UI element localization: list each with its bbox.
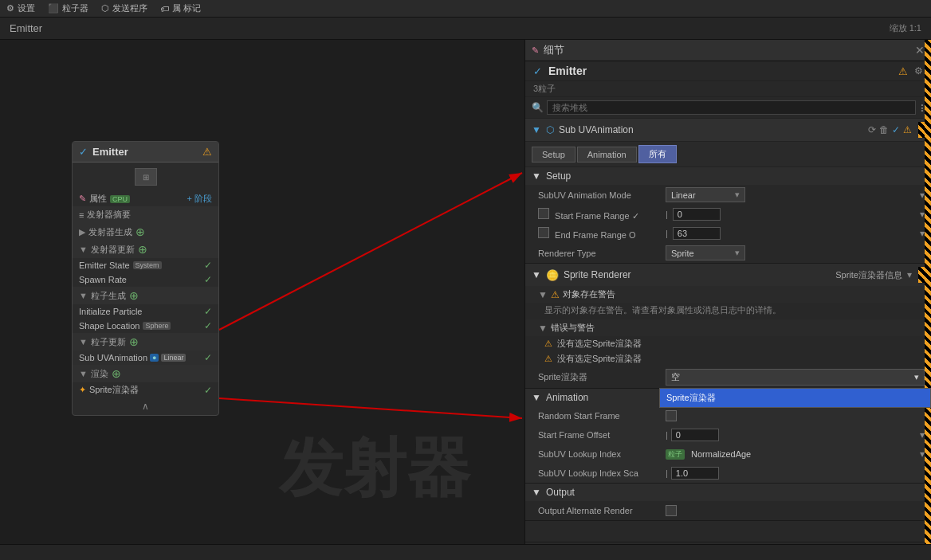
output-alternate-row: Output Alternate Render — [525, 501, 931, 520]
subuv-refresh-icon[interactable]: ⟳ — [868, 124, 876, 135]
emitter-summary-section[interactable]: ≡ 发射器摘要 — [73, 206, 218, 223]
subuv-check-icon[interactable]: ✓ — [892, 124, 900, 135]
grid-row: ⊞ — [73, 163, 218, 191]
spawn-rate-row[interactable]: Spawn Rate ✓ — [73, 272, 218, 287]
error-item-2: ⚠ 没有选定Sprite渲染器 — [525, 351, 931, 366]
settings-icon: ⚙ — [6, 3, 14, 14]
offset-pipe: | — [666, 430, 668, 440]
emitter-generate-section[interactable]: ▶ 发射器生成 ⊕ — [73, 223, 218, 241]
setup-triangle-icon: ▼ — [532, 170, 541, 182]
subuv-dot: ● — [150, 354, 159, 362]
subuv-trash-icon[interactable]: 🗑 — [879, 124, 889, 135]
tab-setup[interactable]: Setup — [532, 147, 575, 163]
ptriangle-down-icon: ▼ — [79, 291, 88, 300]
start-frame-checkbox[interactable] — [538, 208, 549, 219]
sprite-expand[interactable]: ▾ — [907, 269, 912, 280]
sprite-dropdown-value[interactable]: 空 ▾ — [666, 369, 925, 386]
subuv-mode-label: SubUV Animation Mode — [538, 190, 666, 200]
subuv-scale-row: SubUV Lookup Index Sca | 1.0 — [525, 464, 931, 483]
renderer-type-label: Renderer Type — [538, 249, 666, 258]
subuv-section-header: ▼ ⬡ Sub UVAnimation ⟳ 🗑 ✓ ⚠ — [525, 119, 931, 142]
subuv-check: ✓ — [204, 352, 212, 363]
star-icon: ✦ — [79, 385, 86, 395]
emitter-node: ✓ Emitter ⚠ ⊞ ✎ 属性 CPU + 阶段 ≡ 发射器摘要 ▶ 发射… — [72, 141, 219, 416]
grid-icon: ⊞ — [135, 168, 157, 186]
tab-all[interactable]: 所有 — [638, 145, 677, 163]
sprite-dropdown-popup: Sprite渲染器 — [659, 388, 931, 408]
search-input[interactable] — [547, 100, 916, 115]
random-start-checkbox[interactable] — [666, 410, 677, 421]
bottom-bar — [0, 544, 931, 560]
attr-row[interactable]: ✎ 属性 CPU + 阶段 — [73, 191, 218, 206]
particle-update-section[interactable]: ▼ 粒子更新 ⊕ — [73, 333, 218, 350]
add-particle-btn[interactable]: ⊕ — [129, 289, 139, 302]
panel-content[interactable]: ▼ Setup SubUV Animation Mode Linear ▾ ▾ — [525, 167, 931, 542]
render-triangle-icon: ▼ — [79, 369, 88, 378]
particle-generate-section[interactable]: ▼ 粒子生成 ⊕ — [73, 287, 218, 304]
error-triangle: ▼ — [538, 323, 548, 334]
toolbar-particles[interactable]: ⬛ 粒子器 — [48, 2, 88, 14]
particles-icon: ⬛ — [48, 3, 59, 14]
add-generate-btn[interactable]: ⊕ — [136, 225, 145, 238]
panel-gear-icon[interactable]: ⚙ — [914, 65, 923, 76]
end-frame-value: 63 — [673, 227, 721, 240]
system-badge: System — [133, 261, 162, 269]
object-warn-header: ▼ ⚠ 对象存在警告 — [525, 286, 931, 303]
panel-warn-icon: ⚠ — [898, 65, 908, 77]
add-particle-update-btn[interactable]: ⊕ — [129, 335, 139, 348]
sprite-renderer-check: ✓ — [204, 385, 212, 396]
sprite-renderer-header[interactable]: ▼ 🪙 Sprite Renderer Sprite渲染器信息 ▾ — [525, 264, 931, 286]
init-particle-check: ✓ — [204, 306, 212, 317]
start-pipe: | — [666, 210, 668, 219]
sprite-renderer-option[interactable]: Sprite渲染器 — [660, 389, 930, 407]
toolbar-tags[interactable]: 🏷 属 标记 — [160, 2, 201, 14]
subuv-mode-row: SubUV Animation Mode Linear ▾ ▾ — [525, 185, 931, 205]
setup-section-header[interactable]: ▼ Setup — [525, 167, 931, 185]
triangle-down-icon: ▼ — [79, 245, 88, 254]
canvas-header: Emitter 缩放 1:1 — [0, 18, 931, 40]
triangle-icon: ▶ — [79, 227, 85, 237]
pu-triangle-down-icon: ▼ — [79, 337, 88, 347]
warn-desc: 显示的对象存在警告。请查看对象属性或消息日志中的详情。 — [525, 303, 931, 319]
sphere-badge: Sphere — [143, 322, 171, 330]
subuv-row[interactable]: Sub UVAnimation ● Linear ✓ — [73, 350, 218, 365]
toolbar-settings[interactable]: ⚙ 设置 — [6, 2, 35, 14]
emitter-icon: ⬡ — [101, 3, 109, 14]
shape-location-row[interactable]: Shape Location Sphere ✓ — [73, 319, 218, 333]
panel-close-btn[interactable]: ✕ — [915, 44, 925, 57]
emitter-state-check: ✓ — [204, 260, 212, 271]
renderer-type-dropdown[interactable]: Sprite ▾ — [666, 245, 745, 260]
initialize-particle-row[interactable]: Initialize Particle ✓ — [73, 304, 218, 319]
sprite-header-triangle: ▼ — [532, 269, 541, 280]
error-section-header: ▼ 错误与警告 — [525, 319, 931, 336]
render-section[interactable]: ▼ 渲染 ⊕ — [73, 365, 218, 382]
end-frame-checkbox[interactable] — [538, 227, 549, 238]
subuv-mode-dropdown[interactable]: Linear ▾ — [666, 187, 745, 202]
svg-line-2 — [219, 398, 522, 418]
sprite-dropdown-label: Sprite渲染器 — [538, 371, 666, 383]
add-update-btn[interactable]: ⊕ — [138, 243, 147, 256]
add-render-btn[interactable]: ⊕ — [112, 367, 121, 380]
particle-count: 3粒子 — [533, 84, 556, 93]
filter-icon[interactable]: ⫶ — [919, 101, 925, 114]
output-alternate-checkbox[interactable] — [666, 505, 677, 516]
particle-count-row: 3粒子 — [525, 81, 931, 97]
start-frame-value: 0 — [673, 208, 721, 221]
random-start-label: Random Start Frame — [538, 411, 666, 421]
setup-section-title: Setup — [546, 170, 925, 182]
emitter-update-section[interactable]: ▼ 发射器更新 ⊕ — [73, 241, 218, 258]
tags-icon: 🏷 — [160, 4, 169, 14]
emitter-state-row[interactable]: Emitter State System ✓ — [73, 258, 218, 272]
emitter-summary-icon: ≡ — [79, 210, 84, 220]
subuv-mode-arrow: ▾ — [735, 190, 740, 200]
error-item-1: ⚠ 没有选定Sprite渲染器 — [525, 336, 931, 351]
stage-btn[interactable]: + 阶段 — [187, 193, 212, 205]
object-warn-triangle: ▼ — [538, 289, 548, 300]
yellow-stripe — [925, 40, 931, 560]
toolbar-emitter[interactable]: ⬡ 发送程序 — [101, 2, 147, 14]
sprite-renderer-row[interactable]: ✦ Sprite渲染器 ✓ — [73, 382, 218, 397]
output-section-header[interactable]: ▼ Output — [525, 484, 931, 501]
linear-badge: Linear — [161, 354, 186, 362]
tab-animation[interactable]: Animation — [577, 147, 637, 163]
sprite-dropdown-arrow: ▾ — [914, 372, 919, 382]
